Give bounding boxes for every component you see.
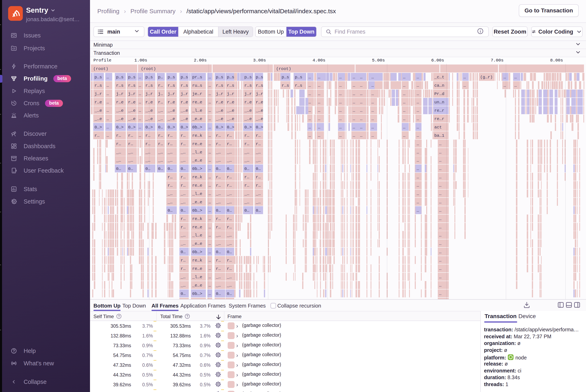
svg-text:…: … [353,100,355,104]
svg-text:_…e: _…e [128,116,136,121]
svg-text:0…>: 0…> [256,125,263,130]
svg-text:…: … [371,133,374,138]
svg-text:…: … [139,108,141,113]
svg-text:r…: r… [158,142,163,146]
svg-text:_c…t: _c…t [434,75,444,80]
svg-text:…: … [439,175,441,180]
svg-text:j…r: j…r [181,92,188,96]
svg-text:r…s: r…s [216,83,223,88]
svg-text:_…: _… [167,192,173,196]
svg-text:…: … [209,166,211,171]
svg-text:_l…e: _l…e [192,233,202,238]
svg-text:r…s: r…s [168,83,175,88]
svg-text:…: … [371,116,374,121]
svg-text:p…s: p…s [295,75,302,80]
svg-text:j…r: j…r [95,92,102,96]
svg-text:…: … [209,208,211,213]
svg-text:_…: _… [227,242,232,246]
svg-text:(g…r): (g…r) [480,75,493,80]
svg-text:p…s: p…s [256,75,263,80]
svg-text:0…: 0… [244,208,249,213]
svg-text:0b…>: 0b…> [192,208,202,213]
svg-text:…: … [439,225,441,230]
svg-text:…: … [353,116,355,121]
svg-text:r…s: r…s [282,83,289,88]
svg-text:_…: _… [244,200,249,204]
svg-text:_…e: _…e [167,116,175,121]
svg-text:…: … [417,75,419,80]
svg-text:…: … [417,183,419,188]
svg-text:_…: _… [244,150,249,155]
svg-text:…: … [403,125,405,130]
svg-text:…: … [139,125,141,130]
svg-text:0…>: 0…> [168,125,175,130]
svg-text:_…: _… [216,242,221,246]
svg-text:r…s: r…s [116,83,124,88]
svg-text:0…: 0… [116,166,121,171]
svg-text:…: … [209,108,211,113]
svg-text:_e…e: _e…e [192,283,202,288]
svg-text:j…r: j…r [116,92,124,96]
svg-text:_…: _… [216,158,221,163]
svg-text:…: … [503,75,506,80]
svg-text:…: … [360,83,362,88]
svg-text:_…e: _…e [116,116,124,121]
svg-text:r…e: r…e [181,100,188,104]
svg-text:0…: 0… [216,292,221,296]
svg-text:p…s: p…s [95,75,102,80]
svg-text:0b…>: 0b…> [192,250,202,254]
svg-text:r…: r… [244,133,249,138]
svg-text:_…: _… [227,158,232,163]
svg-text:_…: _… [180,275,186,280]
svg-text:…: … [209,158,211,163]
svg-text:p…s: p…s [128,75,136,80]
svg-text:…: … [209,233,211,238]
svg-text:j…r: j…r [128,92,136,96]
svg-text:p…s: p…s [216,75,223,80]
svg-text:…: … [417,100,419,104]
svg-text:_…: _… [145,150,151,155]
svg-text:r…s: r…s [227,83,234,88]
svg-text:…: … [417,166,419,171]
svg-text:…: … [318,133,320,138]
svg-text:r…e: r…e [128,100,136,104]
svg-text:j…r: j…r [216,92,223,96]
svg-text:0…: 0… [227,292,232,296]
svg-text:r…e: r…e [116,100,124,104]
svg-text:(root): (root) [141,66,156,71]
svg-text:…: … [107,108,109,113]
svg-text:…: … [439,242,441,246]
svg-text:j…r: j…r [244,92,252,96]
svg-text:_…: _… [116,150,121,155]
svg-text:r…s: r…s [256,83,263,88]
svg-text:re…e: re…e [192,142,202,146]
svg-text:…: … [371,100,374,104]
svg-text:_…e: _…e [167,108,175,113]
svg-text:r…: r… [227,175,232,180]
svg-text:r…: r… [244,142,249,146]
svg-text:_…: _… [256,158,261,163]
svg-text:…: … [417,175,419,180]
svg-text:_…e: _…e [244,116,252,121]
svg-text:…: … [353,108,355,113]
svg-text:_…: _… [180,192,186,196]
svg-text:…: … [318,75,320,80]
svg-text:_…: _… [180,158,186,163]
svg-text:…: … [371,92,374,96]
svg-text:_…e: _…e [216,116,223,121]
svg-text:re…e: re…e [192,225,202,230]
svg-text:_l…e: _l…e [192,275,202,280]
svg-text:…: … [339,100,342,104]
svg-text:_e…e: _e…e [192,200,202,204]
svg-text:0…>: 0…> [227,125,234,130]
svg-text:…: … [439,208,441,213]
svg-text:…: … [439,233,441,238]
svg-text:…: … [209,150,211,155]
svg-text:…: … [209,216,211,221]
svg-text:…: … [417,200,419,204]
svg-text:ba…1: ba…1 [434,133,444,138]
svg-text:_…e: _…e [128,108,136,113]
svg-text:…: … [139,75,141,80]
svg-text:j…r: j…r [227,92,234,96]
svg-text:Pr…d: Pr…d [434,92,444,96]
